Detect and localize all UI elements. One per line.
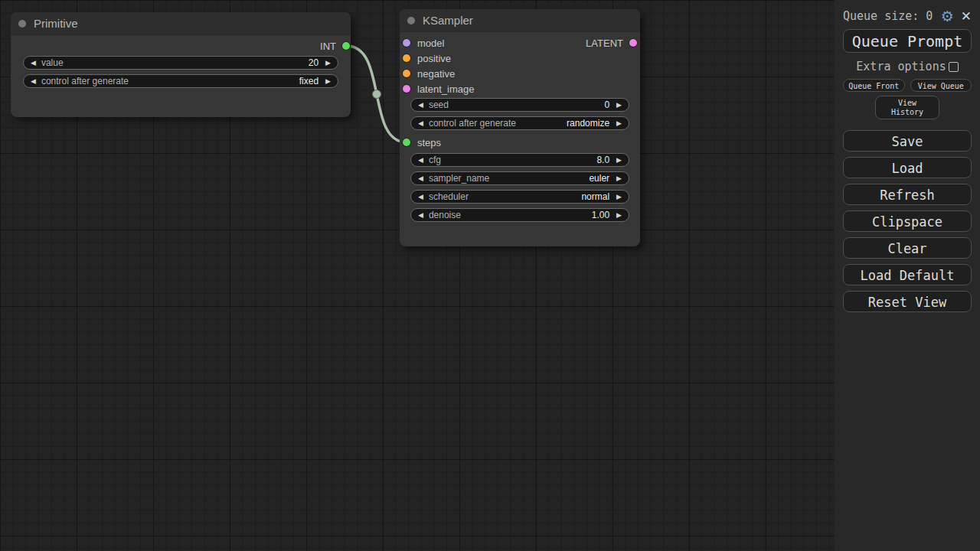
stepper-left-icon[interactable]: ◀: [418, 194, 423, 201]
close-icon[interactable]: ✕: [961, 10, 972, 23]
save-button[interactable]: Save: [843, 130, 972, 152]
widget-control-after-generate[interactable]: ◀ control after generate randomize ▶: [410, 116, 629, 130]
output-port-label: INT: [320, 41, 336, 52]
stepper-left-icon[interactable]: ◀: [418, 212, 423, 219]
stepper-left-icon[interactable]: ◀: [418, 102, 423, 109]
node-primitive-body: INT ◀ value 20 ▶ ◀ control after generat…: [11, 35, 351, 117]
widget-sampler-name[interactable]: ◀ sampler_name euler ▶: [410, 171, 629, 185]
widget-control-after-generate[interactable]: ◀ control after generate fixed ▶: [23, 74, 338, 88]
input-port-dot[interactable]: [403, 139, 410, 146]
widget-seed[interactable]: ◀ seed 0 ▶: [410, 98, 629, 112]
node-primitive[interactable]: Primitive INT ◀ value 20 ▶ ◀ control aft…: [11, 12, 351, 117]
stepper-right-icon[interactable]: ▶: [616, 102, 622, 109]
view-queue-button[interactable]: View Queue: [910, 79, 972, 92]
queue-prompt-button[interactable]: Queue Prompt: [843, 29, 972, 53]
widget-value-text: randomize: [567, 118, 609, 129]
node-ksampler-body: model positive negative latent_image ste…: [400, 32, 640, 246]
widget-value-text: euler: [589, 173, 609, 184]
clear-button[interactable]: Clear: [843, 237, 972, 259]
widget-label: control after generate: [41, 76, 299, 86]
input-port-model[interactable]: model: [403, 35, 444, 51]
output-port-int[interactable]: INT: [320, 38, 350, 54]
output-port-latent[interactable]: LATENT: [586, 35, 637, 51]
stepper-left-icon[interactable]: ◀: [418, 175, 423, 182]
node-ksampler[interactable]: KSampler model positive negative latent_…: [400, 9, 640, 246]
widget-denoise[interactable]: ◀ denoise 1.00 ▶: [410, 208, 629, 222]
extra-options-row: Extra options: [843, 60, 972, 73]
widget-value-text: 20: [309, 57, 318, 68]
node-primitive-titlebar[interactable]: Primitive: [11, 12, 351, 35]
clipspace-button[interactable]: Clipspace: [843, 210, 972, 232]
input-port-label: steps: [417, 137, 441, 148]
input-port-dot[interactable]: [403, 85, 410, 93]
widget-value-text: normal: [581, 191, 609, 202]
stepper-right-icon[interactable]: ▶: [616, 212, 622, 219]
queue-size-row: Queue size: 0 ⚙ ✕: [843, 8, 972, 24]
stepper-right-icon[interactable]: ▶: [616, 194, 622, 201]
widget-label: cfg: [429, 155, 596, 165]
widget-label: value: [41, 57, 309, 68]
load-button[interactable]: Load: [843, 157, 972, 178]
load-default-button[interactable]: Load Default: [843, 264, 972, 285]
stepper-right-icon[interactable]: ▶: [325, 60, 331, 67]
widget-value-text: fixed: [299, 76, 318, 86]
widget-value-text: 1.00: [592, 210, 609, 220]
widget-label: sampler_name: [429, 173, 589, 184]
widget-value-text: 0: [604, 99, 609, 110]
input-port-dot[interactable]: [403, 54, 410, 62]
widget-label: control after generate: [429, 118, 567, 129]
queue-size-label: Queue size: 0: [843, 9, 941, 23]
widget-cfg[interactable]: ◀ cfg 8.0 ▶: [410, 153, 629, 167]
widget-value[interactable]: ◀ value 20 ▶: [23, 56, 338, 70]
comfy-menu: Queue size: 0 ⚙ ✕ Queue Prompt Extra opt…: [835, 0, 980, 551]
extra-options-label: Extra options: [856, 60, 946, 73]
stepper-left-icon[interactable]: ◀: [418, 157, 423, 164]
refresh-button[interactable]: Refresh: [843, 184, 972, 205]
input-port-steps[interactable]: steps: [403, 135, 441, 150]
stepper-left-icon[interactable]: ◀: [31, 78, 36, 85]
widget-label: denoise: [429, 210, 592, 220]
output-port-dot[interactable]: [342, 42, 350, 50]
stepper-right-icon[interactable]: ▶: [616, 157, 622, 164]
node-collapse-dot[interactable]: [18, 20, 26, 28]
view-history-button[interactable]: View History: [875, 96, 939, 119]
input-port-label: negative: [417, 68, 455, 80]
output-port-dot[interactable]: [629, 39, 637, 47]
node-title: Primitive: [34, 17, 78, 30]
node-graph-canvas[interactable]: Primitive INT ◀ value 20 ▶ ◀ control aft…: [0, 0, 835, 551]
input-port-negative[interactable]: negative: [403, 66, 455, 81]
input-port-label: positive: [417, 53, 451, 64]
queue-buttons-row: Queue Front View Queue: [843, 79, 972, 92]
widget-scheduler[interactable]: ◀ scheduler normal ▶: [410, 190, 629, 204]
input-port-dot[interactable]: [403, 70, 410, 77]
extra-options-checkbox[interactable]: [949, 62, 959, 72]
link-wire-int-to-steps: [347, 46, 407, 142]
node-title: KSampler: [423, 14, 473, 27]
widget-value-text: 8.0: [596, 155, 609, 165]
node-collapse-dot[interactable]: [407, 17, 415, 24]
queue-front-button[interactable]: Queue Front: [843, 79, 905, 92]
input-port-label: model: [417, 37, 444, 49]
reset-view-button[interactable]: Reset View: [843, 291, 972, 312]
stepper-left-icon[interactable]: ◀: [31, 60, 36, 67]
stepper-left-icon[interactable]: ◀: [418, 120, 423, 127]
widget-label: seed: [429, 99, 604, 110]
input-port-dot[interactable]: [403, 39, 410, 47]
settings-gear-icon[interactable]: ⚙: [941, 9, 954, 24]
input-port-positive[interactable]: positive: [403, 51, 451, 66]
link-midpoint-dot[interactable]: [373, 90, 381, 99]
node-ksampler-titlebar[interactable]: KSampler: [400, 9, 640, 32]
input-port-label: latent_image: [417, 83, 474, 95]
stepper-right-icon[interactable]: ▶: [616, 175, 622, 182]
stepper-right-icon[interactable]: ▶: [325, 78, 331, 85]
stepper-right-icon[interactable]: ▶: [616, 120, 622, 127]
widget-label: scheduler: [429, 191, 581, 202]
input-port-latent-image[interactable]: latent_image: [403, 81, 474, 96]
output-port-label: LATENT: [586, 37, 623, 49]
